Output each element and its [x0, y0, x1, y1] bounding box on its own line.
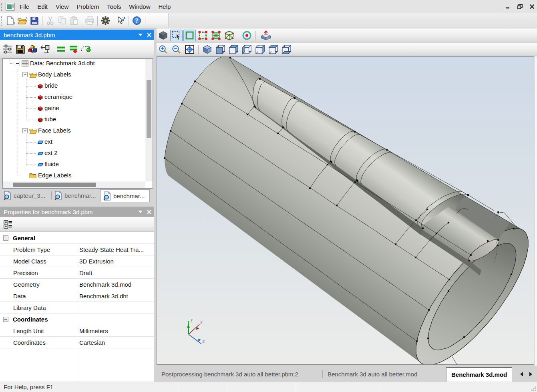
select-mesh-button[interactable] [210, 30, 222, 41]
grid-column-divider[interactable] [77, 244, 77, 314]
panel-close-icon[interactable] [145, 209, 154, 215]
menu-problem[interactable]: Problem [72, 1, 103, 12]
menu-bar: File Edit View Problem Tools Window Help [0, 0, 537, 13]
view-left-button[interactable] [241, 44, 253, 55]
minimize-button[interactable] [505, 4, 511, 9]
categorized-view-button[interactable] [2, 218, 14, 230]
tree-group-face-labels[interactable]: Face Labels [3, 126, 145, 136]
view-toolbar-selection [157, 28, 537, 43]
view-front-button[interactable] [214, 44, 227, 55]
tree-vertical-scrollbar[interactable] [145, 59, 153, 181]
tree-item-ext-2[interactable]: ext 2 [3, 149, 145, 158]
new-document-button[interactable] [4, 15, 16, 27]
doc-tab-benchmark-2[interactable]: benchmar... [100, 189, 150, 202]
tab-scroll-left-icon[interactable] [519, 372, 524, 377]
resize-grip[interactable] [530, 385, 536, 391]
select-sphere-button[interactable] [223, 30, 235, 41]
cut-button[interactable] [44, 15, 56, 27]
view-tab-benchmark-3d-mod[interactable]: Benchmark 3d.mod [446, 367, 512, 382]
menu-view[interactable]: View [52, 1, 72, 12]
tree-item-ext[interactable]: ext [3, 137, 145, 147]
help-button[interactable]: ? [131, 15, 143, 27]
rotate-spin-button[interactable] [80, 43, 92, 55]
view-bottom-button[interactable] [280, 44, 293, 55]
close-button[interactable] [529, 4, 535, 9]
tree-group-edge-labels[interactable]: Edge Labels [3, 171, 145, 181]
filter-settings-button[interactable] [2, 43, 14, 55]
options-gear-button[interactable] [99, 15, 111, 27]
property-value: Draft [79, 269, 93, 276]
context-help-button[interactable]: ? [115, 15, 127, 27]
select-vertices-button[interactable] [197, 30, 209, 41]
category-expander-icon[interactable] [3, 235, 8, 241]
tree-item-bride[interactable]: bride [3, 81, 145, 91]
save-button[interactable] [28, 15, 40, 27]
doc-tab-benchmark-1[interactable]: benchmar... [52, 189, 100, 202]
tree-expander-icon[interactable] [15, 61, 20, 66]
face-icon [37, 151, 44, 156]
zoom-out-button[interactable] [170, 44, 183, 55]
select-pointer-button[interactable] [170, 30, 183, 41]
scrollbar-thumb[interactable] [147, 80, 151, 138]
zoom-fit-button[interactable] [183, 44, 196, 55]
doc-tab-capteur[interactable]: capteur_3... [1, 189, 52, 202]
tree-expander-icon[interactable] [22, 128, 28, 133]
not-equals-button[interactable] [67, 43, 80, 55]
target-point-button[interactable] [241, 30, 253, 41]
select-face-button[interactable] [183, 30, 196, 41]
tree-item-gaine[interactable]: gaine [3, 104, 145, 113]
folder-icon [29, 173, 36, 178]
extrude-button[interactable] [258, 30, 274, 41]
print-button[interactable] [84, 15, 96, 27]
app-icon[interactable] [6, 3, 15, 11]
tree-item-fluide[interactable]: fluide [3, 160, 145, 169]
view-back-button[interactable] [227, 44, 240, 55]
tree-expander-icon[interactable] [22, 72, 28, 77]
tree-horizontal-scrollbar[interactable] [3, 181, 145, 188]
menubar-grip[interactable] [1, 3, 4, 11]
menu-tools[interactable]: Tools [103, 1, 125, 12]
scrollbar-thumb[interactable] [13, 183, 96, 187]
view-right-button[interactable] [254, 44, 266, 55]
zoom-in-button[interactable] [157, 44, 169, 55]
properties-toolbar [0, 217, 154, 232]
tree-item-data[interactable]: Data: Benchmark 3d.dht [3, 59, 145, 68]
open-folder-button[interactable] [16, 15, 28, 27]
property-category-coordinates[interactable]: Coordinates [0, 314, 154, 325]
tab-scroll-right-icon[interactable] [529, 372, 533, 377]
shaded-cube-button[interactable] [157, 30, 169, 41]
tree-item-tube[interactable]: tube [3, 115, 145, 125]
tree-item-ceramique[interactable]: ceramique [3, 92, 145, 102]
view-tab-benchmark-auto[interactable]: Benchmark 3d auto all better.mod [323, 367, 443, 382]
iso-view-button[interactable] [201, 44, 213, 55]
tree-content[interactable]: Data: Benchmark 3d.dhtBody Labelsbridece… [3, 59, 145, 181]
restore-button[interactable] [517, 4, 523, 9]
panel-menu-chevron-icon[interactable] [136, 32, 145, 37]
save-data-button[interactable] [14, 43, 26, 55]
toolbar-grip[interactable] [1, 16, 3, 26]
menu-window[interactable]: Window [125, 1, 154, 12]
panel-menu-chevron-icon[interactable] [136, 209, 145, 214]
view-tab-postprocessing[interactable]: Postprocessing benchmark 3d auto all bet… [157, 367, 323, 382]
model-3d-viewport[interactable]: y x z [157, 56, 534, 365]
body-blocks-button[interactable] [26, 43, 39, 55]
select-vertices-icon [198, 30, 208, 40]
menu-help[interactable]: Help [155, 1, 175, 12]
view-top-button[interactable] [267, 44, 280, 55]
menu-file[interactable]: File [16, 1, 33, 12]
property-category-general[interactable]: General [0, 232, 154, 244]
filter-settings-icon [2, 44, 14, 54]
category-expander-icon[interactable] [3, 317, 8, 322]
menu-edit[interactable]: Edit [33, 1, 52, 12]
equals-button[interactable] [55, 43, 67, 55]
open-folder-icon [29, 72, 37, 78]
paste-button[interactable] [68, 15, 80, 27]
new-document-icon [6, 16, 15, 26]
panel-close-icon[interactable] [145, 32, 154, 38]
transfer-data-button[interactable] [39, 43, 51, 55]
tree-group-body-labels[interactable]: Body Labels [3, 70, 145, 80]
grid-column-divider[interactable] [77, 325, 77, 382]
statusbar-pane-separator [380, 383, 380, 392]
property-value: Millimeters [79, 328, 108, 334]
copy-button[interactable] [56, 15, 68, 27]
